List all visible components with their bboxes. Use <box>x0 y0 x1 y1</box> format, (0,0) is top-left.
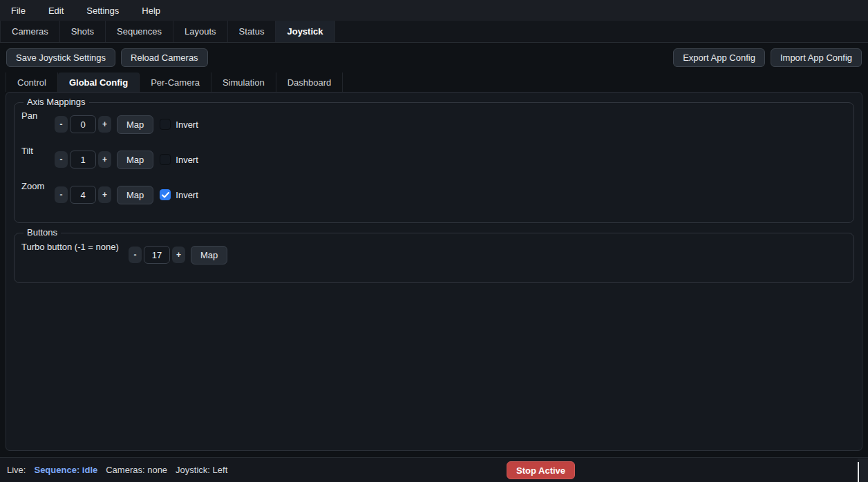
turbo-increment-button[interactable]: + <box>172 247 185 263</box>
turbo-button-label: Turbo button (-1 = none) <box>21 242 128 252</box>
pan-invert-label: Invert <box>176 119 198 130</box>
menu-file[interactable]: File <box>11 6 26 16</box>
tilt-decrement-button[interactable]: - <box>55 151 68 168</box>
status-cameras: Cameras: none <box>106 465 167 475</box>
subtab-dashboard[interactable]: Dashboard <box>276 73 343 92</box>
zoom-decrement-button[interactable]: - <box>55 186 68 203</box>
turbo-map-button[interactable]: Map <box>191 246 227 264</box>
scrollbar-thumb[interactable] <box>858 462 859 482</box>
main-tab-bar: Cameras Shots Sequences Layouts Status J… <box>0 21 868 43</box>
zoom-invert-label: Invert <box>176 190 198 200</box>
status-live: Live: <box>7 465 26 475</box>
zoom-map-button[interactable]: Map <box>117 186 153 204</box>
turbo-decrement-button[interactable]: - <box>129 247 142 263</box>
pan-map-button[interactable]: Map <box>117 115 153 134</box>
save-joystick-settings-button[interactable]: Save Joystick Settings <box>6 48 115 67</box>
zoom-axis-value[interactable]: 4 <box>70 186 96 204</box>
axis-row-tilt: Tilt - 1 + Map Invert <box>21 151 847 168</box>
subtab-per-camera[interactable]: Per-Camera <box>140 73 211 92</box>
tab-status[interactable]: Status <box>228 21 276 42</box>
tilt-invert-checkbox[interactable] <box>160 154 171 165</box>
zoom-invert-checkbox[interactable] <box>160 189 171 200</box>
status-bar: Live: Sequence: idle Cameras: none Joyst… <box>0 457 868 482</box>
pan-decrement-button[interactable]: - <box>55 116 68 133</box>
menu-edit[interactable]: Edit <box>48 6 64 16</box>
axis-mappings-group: Axis Mappings Pan - 0 + Map Invert Tilt … <box>14 102 854 223</box>
zoom-increment-button[interactable]: + <box>98 186 111 203</box>
axis-row-zoom: Zoom - 4 + Map Invert <box>21 186 847 204</box>
tilt-invert-label: Invert <box>176 155 198 165</box>
axis-row-pan: Pan - 0 + Map Invert <box>21 115 847 133</box>
tilt-axis-value[interactable]: 1 <box>70 151 96 168</box>
tab-sequences[interactable]: Sequences <box>106 21 173 42</box>
axis-mappings-legend: Axis Mappings <box>23 97 89 107</box>
tab-joystick[interactable]: Joystick <box>276 21 334 42</box>
scrollbar-track <box>858 459 868 482</box>
tilt-increment-button[interactable]: + <box>98 151 111 168</box>
tab-shots[interactable]: Shots <box>60 21 106 42</box>
joystick-sub-tab-bar: Control Global Config Per-Camera Simulat… <box>0 73 868 92</box>
turbo-button-value[interactable]: 17 <box>144 246 170 264</box>
pan-axis-value[interactable]: 0 <box>70 115 96 133</box>
tab-cameras[interactable]: Cameras <box>0 21 60 42</box>
reload-cameras-button[interactable]: Reload Cameras <box>121 48 208 67</box>
global-config-panel: Axis Mappings Pan - 0 + Map Invert Tilt … <box>6 92 862 451</box>
stop-active-button[interactable]: Stop Active <box>507 461 575 479</box>
menu-help[interactable]: Help <box>142 6 160 16</box>
buttons-legend: Buttons <box>23 227 61 238</box>
tilt-map-button[interactable]: Map <box>117 151 153 169</box>
pan-label: Pan <box>21 110 54 121</box>
subtab-global-config[interactable]: Global Config <box>58 73 140 92</box>
subtab-simulation[interactable]: Simulation <box>211 73 276 92</box>
menu-settings[interactable]: Settings <box>86 6 119 16</box>
check-icon <box>162 192 169 198</box>
menu-bar: File Edit Settings Help <box>0 0 868 21</box>
buttons-group: Buttons Turbo button (-1 = none) - 17 + … <box>14 233 854 283</box>
toolbar: Save Joystick Settings Reload Cameras Ex… <box>0 43 868 73</box>
status-joystick: Joystick: Left <box>176 465 227 475</box>
pan-invert-checkbox[interactable] <box>160 119 171 130</box>
status-sequence: Sequence: idle <box>34 465 97 475</box>
import-app-config-button[interactable]: Import App Config <box>771 48 862 67</box>
turbo-button-row: Turbo button (-1 = none) - 17 + Map <box>21 246 847 264</box>
export-app-config-button[interactable]: Export App Config <box>673 48 765 67</box>
pan-increment-button[interactable]: + <box>98 116 111 133</box>
subtab-control[interactable]: Control <box>6 73 58 92</box>
tilt-label: Tilt <box>21 146 54 156</box>
zoom-label: Zoom <box>21 181 54 191</box>
tab-layouts[interactable]: Layouts <box>173 21 228 42</box>
